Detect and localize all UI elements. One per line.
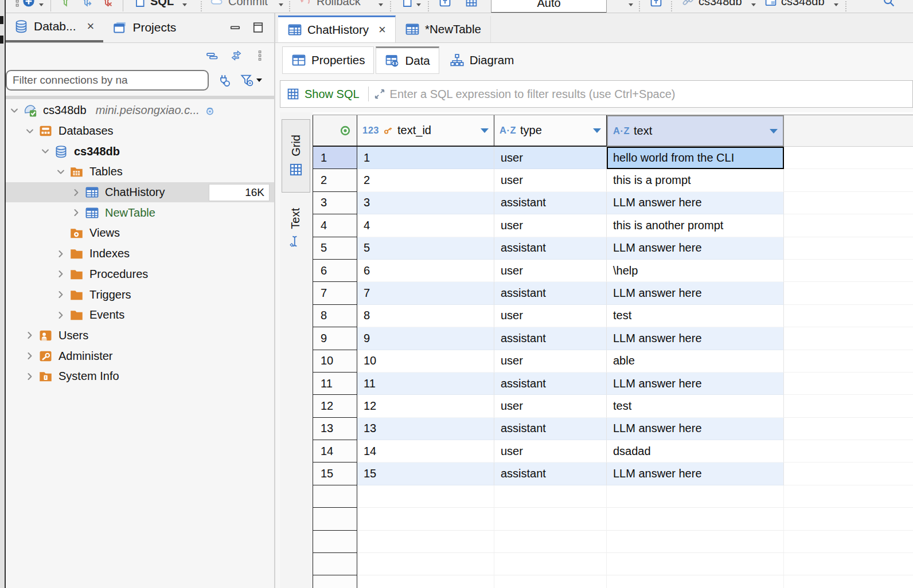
collapse-all-icon[interactable]	[205, 49, 219, 62]
tree-item-users[interactable]: Users	[5, 326, 274, 346]
minimize-icon[interactable]	[228, 21, 242, 34]
cell-text[interactable]: \help	[607, 260, 784, 282]
commit-label[interactable]: Commit	[228, 0, 268, 8]
tree-item-administer[interactable]: Administer	[5, 346, 274, 366]
tree-item-events[interactable]: Events	[5, 305, 274, 326]
tree-item-triggers[interactable]: Triggers	[5, 284, 274, 305]
column-dropdown-icon[interactable]	[481, 128, 489, 133]
cell-text_id[interactable]: 2	[357, 169, 494, 191]
cell-text_id[interactable]: 8	[357, 305, 494, 327]
row-number[interactable]: 10	[313, 350, 357, 373]
chevron-right-icon[interactable]	[56, 269, 66, 279]
commit-icon[interactable]	[210, 0, 224, 8]
show-sql-label[interactable]: Show SQL	[305, 88, 360, 101]
sql-editor-caret-icon[interactable]	[182, 3, 187, 6]
cell-text_id[interactable]: 13	[357, 418, 494, 440]
cell-text[interactable]: LLM answer here	[607, 192, 784, 214]
cell-text[interactable]: hello world from the CLI	[607, 147, 784, 169]
view-menu-icon[interactable]	[253, 49, 266, 62]
tree-item-system-info[interactable]: iSystem Info	[5, 366, 274, 387]
filter-objects-icon[interactable]	[240, 73, 255, 88]
refresh-icon[interactable]	[611, 0, 625, 8]
database-selector-icon[interactable]	[764, 0, 778, 8]
cell-type[interactable]: user	[494, 147, 607, 169]
cell-type[interactable]: assistant	[494, 327, 607, 350]
cell-text_id[interactable]: 15	[357, 462, 494, 485]
column-dropdown-icon[interactable]	[770, 129, 778, 134]
row-number[interactable]: 3	[313, 192, 357, 214]
refresh-caret-icon[interactable]	[629, 3, 633, 6]
sql-editor-label[interactable]: SQL	[150, 0, 174, 8]
cell-text[interactable]: able	[607, 350, 784, 373]
connect-icon[interactable]	[217, 73, 232, 88]
panel-icon[interactable]	[438, 0, 452, 8]
commit-caret-icon[interactable]	[279, 3, 283, 6]
cell-text_id[interactable]: 11	[357, 373, 494, 395]
close-icon[interactable]: ×	[87, 20, 95, 33]
cell-type[interactable]: assistant	[494, 282, 607, 304]
cell-text[interactable]: LLM answer here	[607, 282, 784, 304]
cell-text_id[interactable]: 7	[357, 282, 494, 304]
tree-item-cs348db[interactable]: cs348dbmini.peisongxiao.c...	[5, 100, 274, 121]
result-tab-text[interactable]: Text	[282, 198, 309, 258]
cell-text_id[interactable]: 4	[357, 214, 494, 237]
chevron-down-icon[interactable]	[56, 167, 66, 177]
tree-item-chathistory[interactable]: ChatHistory16K	[5, 182, 274, 203]
maximize-icon[interactable]	[251, 21, 265, 34]
cell-type[interactable]: assistant	[494, 418, 607, 440]
chevron-right-icon[interactable]	[25, 351, 35, 361]
row-number[interactable]: 7	[313, 282, 357, 304]
chevron-right-icon[interactable]	[25, 371, 35, 382]
rollback-caret-icon[interactable]	[379, 3, 383, 6]
tree-item-newtable[interactable]: NewTable	[5, 202, 274, 223]
database-selector-label[interactable]: cs348db	[781, 0, 825, 8]
row-number[interactable]: 2	[313, 169, 357, 191]
cell-type[interactable]: user	[494, 169, 607, 191]
subtab-properties[interactable]: Properties	[282, 46, 374, 74]
filter-green-icon[interactable]	[58, 0, 72, 8]
tree-item-databases[interactable]: Databases	[5, 121, 274, 142]
cell-type[interactable]: assistant	[494, 373, 607, 395]
connection-selector-icon[interactable]	[681, 0, 695, 8]
open-editor-icon[interactable]	[649, 0, 663, 8]
panel-splitter[interactable]	[274, 13, 275, 588]
tx-mode-icon[interactable]	[400, 0, 414, 8]
column-header-type[interactable]: A·Ztype	[494, 115, 607, 147]
row-number[interactable]: 8	[313, 305, 357, 327]
cell-text[interactable]: LLM answer here	[607, 373, 784, 395]
row-number[interactable]: 11	[313, 373, 357, 395]
chevron-down-icon[interactable]	[25, 126, 35, 136]
result-tab-grid[interactable]: Grid	[282, 119, 310, 193]
row-number[interactable]: 15	[313, 462, 357, 485]
auto-combo[interactable]: Auto	[491, 0, 607, 13]
grid-view-icon[interactable]	[465, 0, 478, 8]
row-number[interactable]: 9	[313, 327, 357, 350]
cell-text[interactable]: test	[607, 305, 784, 327]
filter-sync-icon[interactable]	[79, 0, 93, 8]
rollback-icon[interactable]	[298, 0, 312, 8]
cell-text[interactable]: LLM answer here	[607, 418, 784, 440]
chevron-right-icon[interactable]	[25, 330, 35, 340]
cell-text[interactable]: LLM answer here	[607, 462, 784, 485]
chevron-right-icon[interactable]	[56, 310, 66, 320]
expand-filter-icon[interactable]	[373, 87, 387, 101]
tree-item-procedures[interactable]: Procedures	[5, 264, 274, 285]
cell-text_id[interactable]: 14	[357, 440, 494, 462]
cell-type[interactable]: assistant	[494, 237, 607, 260]
cell-type[interactable]: user	[494, 395, 607, 417]
column-dropdown-icon[interactable]	[593, 128, 601, 133]
show-sql-icon[interactable]	[286, 87, 300, 101]
close-icon[interactable]: ×	[379, 23, 386, 36]
cell-text[interactable]: test	[607, 395, 784, 417]
row-number[interactable]: 14	[313, 440, 357, 462]
row-number[interactable]: 5	[313, 237, 357, 260]
cell-type[interactable]: user	[494, 440, 607, 462]
grid-corner-header[interactable]	[313, 115, 357, 147]
search-icon[interactable]	[882, 0, 896, 8]
column-header-text[interactable]: A·Ztext	[607, 115, 784, 147]
row-number[interactable]: 1	[313, 147, 357, 169]
chevron-right-icon[interactable]	[71, 207, 81, 218]
cell-text_id[interactable]: 3	[357, 192, 494, 214]
connection-selector-label[interactable]: cs348db	[699, 0, 742, 8]
tree-item-indexes[interactable]: Indexes	[5, 244, 274, 264]
